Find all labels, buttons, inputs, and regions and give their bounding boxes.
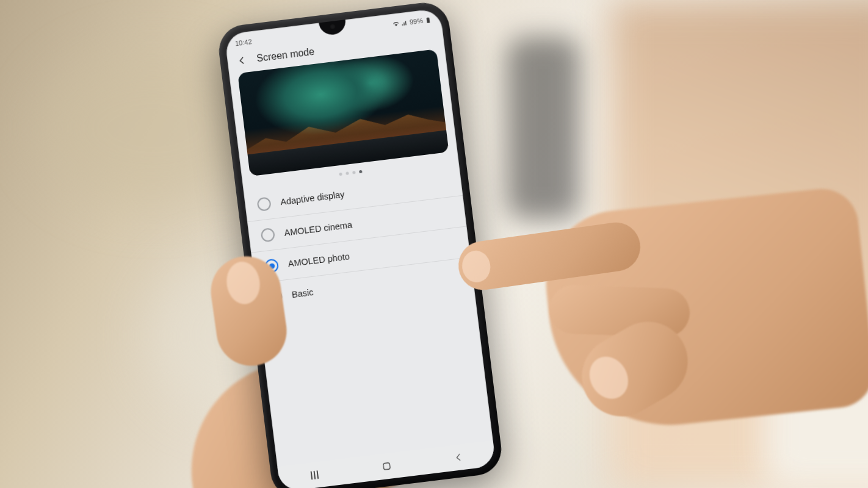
photo-background: 10:42 99% Screen mode	[0, 0, 868, 488]
wifi-icon	[392, 20, 400, 27]
radio-icon	[256, 196, 272, 212]
phone-screen: 10:42 99% Screen mode	[224, 8, 496, 488]
chevron-left-icon	[453, 452, 464, 463]
battery-icon	[424, 16, 432, 23]
option-label: Basic	[291, 287, 314, 300]
pager-dot[interactable]	[359, 170, 363, 174]
radio-icon	[261, 228, 276, 243]
recents-button[interactable]	[300, 465, 330, 484]
nav-back-button[interactable]	[444, 448, 474, 467]
clock: 10:42	[234, 38, 252, 47]
back-button[interactable]	[236, 54, 249, 67]
home-icon	[380, 460, 392, 472]
svg-rect-0	[383, 462, 391, 470]
signal-icon	[400, 19, 408, 26]
recents-icon	[311, 470, 319, 479]
page-title: Screen mode	[256, 46, 315, 64]
option-label: Adaptive display	[280, 190, 345, 207]
option-label: AMOLED photo	[288, 251, 350, 268]
chevron-left-icon	[237, 55, 248, 66]
pager-dot[interactable]	[345, 171, 349, 175]
battery-percent: 99%	[409, 17, 423, 26]
android-nav-bar	[277, 440, 496, 488]
option-label: AMOLED cinema	[284, 220, 353, 238]
pager-dot[interactable]	[339, 173, 342, 176]
bg-blob	[507, 37, 580, 220]
pager-dot[interactable]	[352, 171, 356, 174]
home-button[interactable]	[372, 457, 402, 476]
